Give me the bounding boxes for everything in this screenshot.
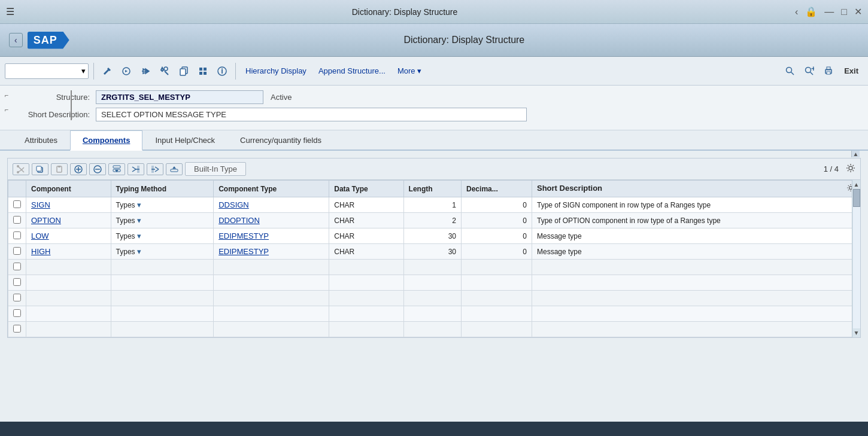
- move-down-button[interactable]: [108, 163, 125, 175]
- exit-button[interactable]: Exit: [839, 65, 863, 77]
- back-nav-icon[interactable]: ‹: [795, 7, 798, 17]
- search-plus-button[interactable]: +: [801, 64, 818, 78]
- copy-row-button[interactable]: [32, 163, 48, 175]
- cut-button[interactable]: [13, 163, 29, 175]
- component-type-link[interactable]: EDIPMESTYP: [218, 231, 269, 240]
- check-button[interactable]: [137, 64, 154, 78]
- col-header-typing-method[interactable]: Typing Method: [111, 181, 214, 197]
- row-component: LOW: [26, 228, 111, 244]
- indent-button[interactable]: [128, 163, 144, 175]
- component-link[interactable]: LOW: [31, 231, 49, 240]
- info-button[interactable]: i: [214, 64, 230, 78]
- tab-input-help[interactable]: Input Help/Check: [142, 130, 227, 151]
- empty-data-type: [329, 275, 403, 291]
- empty-checkbox[interactable]: [13, 278, 21, 286]
- copy-button[interactable]: [175, 64, 192, 78]
- vertical-scrollbar[interactable]: ▲ ▼: [852, 180, 860, 337]
- typing-method-dropdown[interactable]: ▾: [137, 231, 141, 240]
- empty-decimals: [462, 291, 532, 306]
- move-up-button[interactable]: [166, 163, 183, 175]
- empty-typing: [111, 322, 214, 337]
- component-type-link[interactable]: DDSIGN: [218, 200, 249, 209]
- append-structure-button[interactable]: Append Structure...: [314, 65, 390, 77]
- row-typing-method: Types ▾: [111, 244, 214, 260]
- col-header-decimals[interactable]: Decima...: [462, 181, 532, 197]
- row-checkbox[interactable]: [13, 247, 21, 255]
- tab-attributes[interactable]: Attributes: [12, 130, 70, 151]
- svg-rect-22: [37, 166, 41, 171]
- outdent-button[interactable]: [147, 163, 163, 175]
- component-type-link[interactable]: DDOPTION: [218, 216, 260, 225]
- col-header-component[interactable]: Component: [26, 181, 111, 197]
- paste-button[interactable]: [51, 163, 68, 175]
- hamburger-menu-icon[interactable]: ☰: [6, 6, 14, 17]
- row-checkbox-cell: [8, 228, 26, 244]
- tools-icon: [160, 66, 169, 76]
- sap-logo: SAP: [28, 32, 69, 49]
- scroll-thumb[interactable]: [853, 189, 860, 207]
- component-link[interactable]: SIGN: [31, 200, 50, 209]
- svg-rect-17: [827, 72, 830, 74]
- col-header-component-type[interactable]: Component Type: [214, 181, 329, 197]
- row-checkbox-cell: [8, 244, 26, 260]
- col-header-short-desc: Short Description: [532, 181, 860, 197]
- empty-checkbox[interactable]: [13, 325, 21, 333]
- edit-button[interactable]: [99, 64, 116, 78]
- table-settings-icon[interactable]: [846, 163, 855, 175]
- col-header-length[interactable]: Length: [403, 181, 461, 197]
- more-button[interactable]: More ▾: [393, 65, 426, 77]
- row-checkbox[interactable]: [13, 216, 21, 224]
- empty-comp-type: [214, 275, 329, 291]
- tools-button[interactable]: [156, 64, 173, 78]
- empty-checkbox[interactable]: [13, 309, 21, 317]
- tab-currency[interactable]: Currency/quantity fields: [227, 130, 334, 151]
- row-decimals: 0: [462, 228, 532, 244]
- component-type-link[interactable]: EDIPMESTYP: [218, 247, 269, 256]
- component-link[interactable]: HIGH: [31, 247, 51, 256]
- print-icon: [824, 66, 833, 76]
- empty-component: [26, 322, 111, 337]
- row-checkbox[interactable]: [13, 231, 21, 239]
- typing-method-dropdown[interactable]: ▾: [137, 216, 141, 225]
- table-row: SIGN Types ▾ DDSIGN CHAR 1 0 Type of SIG…: [8, 197, 860, 213]
- back-button[interactable]: ‹: [9, 33, 23, 47]
- top-arrow[interactable]: ▲: [852, 151, 860, 157]
- toolbar-dropdown[interactable]: ▾: [5, 63, 89, 79]
- move-button[interactable]: [195, 64, 211, 78]
- empty-short-desc: [532, 260, 860, 275]
- empty-length: [403, 306, 461, 322]
- close-icon[interactable]: ✕: [854, 6, 862, 17]
- add-row-button[interactable]: [70, 163, 87, 175]
- component-link[interactable]: OPTION: [31, 216, 61, 225]
- search-icon: [785, 66, 795, 76]
- vertical-separator: [71, 90, 72, 120]
- built-in-type-button[interactable]: Built-In Type: [185, 162, 246, 176]
- typing-method-dropdown[interactable]: ▾: [137, 247, 141, 256]
- status-bar: [0, 422, 868, 436]
- col-header-data-type[interactable]: Data Type: [329, 181, 403, 197]
- scroll-track[interactable]: [853, 189, 860, 328]
- minimize-icon[interactable]: —: [824, 7, 834, 17]
- title-bar-controls: ‹ 🔒 — □ ✕: [795, 6, 862, 17]
- row-short-desc: Type of SIGN component in row type of a …: [532, 197, 860, 213]
- row-decimals: 0: [462, 213, 532, 228]
- hierarchy-display-button[interactable]: Hierarchy Display: [241, 65, 311, 77]
- print-button[interactable]: [820, 64, 837, 78]
- empty-short-desc: [532, 275, 860, 291]
- scroll-up-arrow[interactable]: ▲: [852, 180, 861, 189]
- typing-method-dropdown[interactable]: ▾: [137, 200, 141, 209]
- empty-checkbox[interactable]: [13, 294, 21, 301]
- row-checkbox[interactable]: [13, 200, 21, 208]
- delete-row-button[interactable]: [89, 163, 106, 175]
- row-component: SIGN: [26, 197, 111, 213]
- tab-components[interactable]: Components: [70, 130, 142, 151]
- activate-button[interactable]: [118, 64, 135, 78]
- empty-checkbox[interactable]: [13, 263, 21, 270]
- scroll-down-arrow[interactable]: ▼: [852, 328, 861, 337]
- empty-length: [403, 260, 461, 275]
- maximize-icon[interactable]: □: [841, 7, 847, 17]
- activate-icon: [122, 66, 131, 76]
- outdent-icon: [151, 165, 159, 173]
- status-badge: Active: [271, 93, 292, 102]
- search-button[interactable]: [782, 64, 799, 78]
